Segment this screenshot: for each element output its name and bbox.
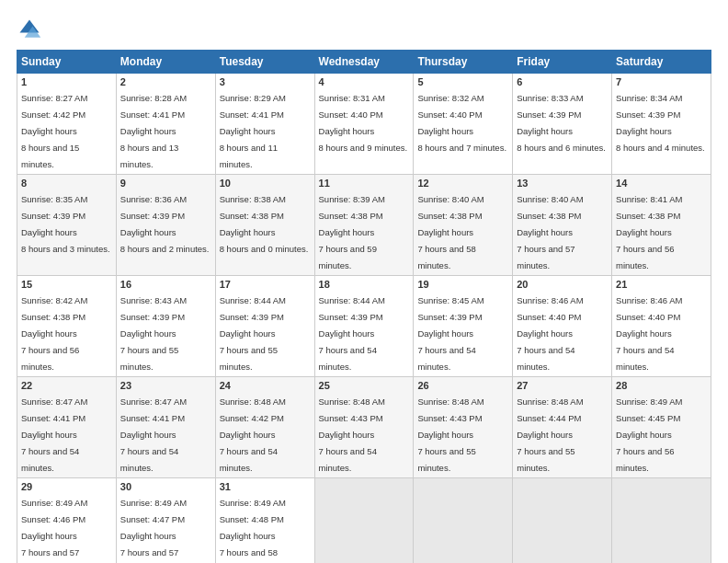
calendar-cell	[314, 478, 414, 564]
page: SundayMondayTuesdayWednesdayThursdayFrid…	[0, 0, 728, 563]
calendar-cell	[612, 478, 711, 564]
day-number: 27	[517, 380, 608, 391]
day-number: 20	[517, 279, 608, 290]
calendar-cell: 26 Sunrise: 8:48 AMSunset: 4:43 PMDaylig…	[414, 377, 513, 478]
day-number: 29	[21, 481, 112, 492]
weekday-header-saturday: Saturday	[612, 51, 711, 74]
weekday-header-sunday: Sunday	[17, 51, 117, 74]
day-number: 18	[319, 279, 410, 290]
day-info: Sunrise: 8:48 AMSunset: 4:44 PMDaylight …	[517, 396, 583, 473]
calendar-cell	[513, 478, 612, 564]
day-info: Sunrise: 8:34 AMSunset: 4:39 PMDaylight …	[616, 93, 705, 153]
calendar-cell: 19 Sunrise: 8:45 AMSunset: 4:39 PMDaylig…	[414, 276, 513, 377]
calendar-cell: 2 Sunrise: 8:28 AMSunset: 4:41 PMDayligh…	[116, 74, 215, 175]
day-info: Sunrise: 8:48 AMSunset: 4:43 PMDaylight …	[319, 396, 385, 473]
day-info: Sunrise: 8:28 AMSunset: 4:41 PMDaylight …	[120, 93, 187, 169]
day-number: 22	[21, 380, 112, 391]
day-info: Sunrise: 8:27 AMSunset: 4:42 PMDaylight …	[21, 93, 87, 169]
calendar-cell: 5 Sunrise: 8:32 AMSunset: 4:40 PMDayligh…	[414, 74, 513, 175]
day-number: 15	[21, 279, 112, 290]
day-info: Sunrise: 8:45 AMSunset: 4:39 PMDaylight …	[417, 295, 483, 372]
calendar-cell: 7 Sunrise: 8:34 AMSunset: 4:39 PMDayligh…	[612, 74, 711, 175]
calendar-cell: 25 Sunrise: 8:48 AMSunset: 4:43 PMDaylig…	[314, 377, 414, 478]
day-info: Sunrise: 8:47 AMSunset: 4:41 PMDaylight …	[120, 396, 187, 473]
calendar-cell: 6 Sunrise: 8:33 AMSunset: 4:39 PMDayligh…	[513, 74, 612, 175]
calendar-cell: 23 Sunrise: 8:47 AMSunset: 4:41 PMDaylig…	[116, 377, 215, 478]
day-number: 24	[220, 380, 311, 391]
day-info: Sunrise: 8:49 AMSunset: 4:45 PMDaylight …	[616, 396, 682, 473]
day-info: Sunrise: 8:39 AMSunset: 4:38 PMDaylight …	[319, 194, 385, 270]
calendar-cell: 29 Sunrise: 8:49 AMSunset: 4:46 PMDaylig…	[17, 478, 117, 564]
weekday-header-wednesday: Wednesday	[314, 51, 414, 74]
day-info: Sunrise: 8:41 AMSunset: 4:38 PMDaylight …	[616, 194, 682, 270]
calendar-cell: 24 Sunrise: 8:48 AMSunset: 4:42 PMDaylig…	[215, 377, 314, 478]
calendar-cell: 11 Sunrise: 8:39 AMSunset: 4:38 PMDaylig…	[314, 175, 414, 276]
calendar-cell: 20 Sunrise: 8:46 AMSunset: 4:40 PMDaylig…	[513, 276, 612, 377]
day-number: 12	[417, 178, 508, 189]
calendar-cell: 28 Sunrise: 8:49 AMSunset: 4:45 PMDaylig…	[612, 377, 711, 478]
day-number: 6	[517, 76, 608, 87]
calendar-cell: 30 Sunrise: 8:49 AMSunset: 4:47 PMDaylig…	[116, 478, 215, 564]
day-number: 8	[21, 178, 112, 189]
day-number: 25	[319, 380, 410, 391]
day-info: Sunrise: 8:31 AMSunset: 4:40 PMDaylight …	[319, 93, 408, 153]
calendar-cell	[414, 478, 513, 564]
day-info: Sunrise: 8:36 AMSunset: 4:39 PMDaylight …	[120, 194, 210, 254]
calendar-cell: 9 Sunrise: 8:36 AMSunset: 4:39 PMDayligh…	[116, 175, 215, 276]
weekday-header-monday: Monday	[116, 51, 215, 74]
calendar-cell: 4 Sunrise: 8:31 AMSunset: 4:40 PMDayligh…	[314, 74, 414, 175]
calendar-cell: 14 Sunrise: 8:41 AMSunset: 4:38 PMDaylig…	[612, 175, 711, 276]
day-info: Sunrise: 8:43 AMSunset: 4:39 PMDaylight …	[120, 295, 187, 372]
day-number: 14	[616, 178, 707, 189]
day-info: Sunrise: 8:40 AMSunset: 4:38 PMDaylight …	[517, 194, 583, 270]
calendar: SundayMondayTuesdayWednesdayThursdayFrid…	[17, 50, 711, 563]
day-info: Sunrise: 8:46 AMSunset: 4:40 PMDaylight …	[616, 295, 682, 372]
calendar-cell: 17 Sunrise: 8:44 AMSunset: 4:39 PMDaylig…	[215, 276, 314, 377]
calendar-cell: 18 Sunrise: 8:44 AMSunset: 4:39 PMDaylig…	[314, 276, 414, 377]
day-info: Sunrise: 8:46 AMSunset: 4:40 PMDaylight …	[517, 295, 583, 372]
weekday-header-friday: Friday	[513, 51, 612, 74]
day-info: Sunrise: 8:44 AMSunset: 4:39 PMDaylight …	[220, 295, 286, 372]
day-number: 19	[417, 279, 508, 290]
calendar-cell: 13 Sunrise: 8:40 AMSunset: 4:38 PMDaylig…	[513, 175, 612, 276]
day-info: Sunrise: 8:48 AMSunset: 4:43 PMDaylight …	[417, 396, 483, 473]
day-number: 31	[220, 481, 311, 492]
day-number: 7	[616, 76, 707, 87]
logo	[17, 17, 46, 42]
day-number: 28	[616, 380, 707, 391]
day-number: 4	[319, 76, 410, 87]
day-info: Sunrise: 8:35 AMSunset: 4:39 PMDaylight …	[21, 194, 110, 254]
calendar-cell: 16 Sunrise: 8:43 AMSunset: 4:39 PMDaylig…	[116, 276, 215, 377]
calendar-cell: 3 Sunrise: 8:29 AMSunset: 4:41 PMDayligh…	[215, 74, 314, 175]
logo-icon	[17, 17, 42, 42]
day-info: Sunrise: 8:32 AMSunset: 4:40 PMDaylight …	[417, 93, 506, 153]
day-number: 26	[417, 380, 508, 391]
day-info: Sunrise: 8:38 AMSunset: 4:38 PMDaylight …	[220, 194, 309, 254]
day-number: 13	[517, 178, 608, 189]
day-number: 16	[120, 279, 211, 290]
calendar-cell: 21 Sunrise: 8:46 AMSunset: 4:40 PMDaylig…	[612, 276, 711, 377]
calendar-cell: 8 Sunrise: 8:35 AMSunset: 4:39 PMDayligh…	[17, 175, 117, 276]
day-info: Sunrise: 8:40 AMSunset: 4:38 PMDaylight …	[417, 194, 483, 270]
day-info: Sunrise: 8:48 AMSunset: 4:42 PMDaylight …	[220, 396, 286, 473]
day-number: 3	[220, 76, 311, 87]
day-number: 9	[120, 178, 211, 189]
day-info: Sunrise: 8:29 AMSunset: 4:41 PMDaylight …	[220, 93, 286, 169]
calendar-cell: 22 Sunrise: 8:47 AMSunset: 4:41 PMDaylig…	[17, 377, 117, 478]
calendar-cell: 27 Sunrise: 8:48 AMSunset: 4:44 PMDaylig…	[513, 377, 612, 478]
header	[17, 17, 711, 42]
calendar-cell: 12 Sunrise: 8:40 AMSunset: 4:38 PMDaylig…	[414, 175, 513, 276]
day-info: Sunrise: 8:49 AMSunset: 4:46 PMDaylight …	[21, 498, 87, 563]
calendar-cell: 31 Sunrise: 8:49 AMSunset: 4:48 PMDaylig…	[215, 478, 314, 564]
day-number: 17	[220, 279, 311, 290]
day-number: 10	[220, 178, 311, 189]
weekday-header-tuesday: Tuesday	[215, 51, 314, 74]
day-number: 23	[120, 380, 211, 391]
day-info: Sunrise: 8:33 AMSunset: 4:39 PMDaylight …	[517, 93, 606, 153]
day-info: Sunrise: 8:42 AMSunset: 4:38 PMDaylight …	[21, 295, 87, 372]
day-number: 30	[120, 481, 211, 492]
calendar-cell: 10 Sunrise: 8:38 AMSunset: 4:38 PMDaylig…	[215, 175, 314, 276]
day-info: Sunrise: 8:49 AMSunset: 4:47 PMDaylight …	[120, 498, 187, 563]
day-number: 21	[616, 279, 707, 290]
day-info: Sunrise: 8:44 AMSunset: 4:39 PMDaylight …	[319, 295, 385, 372]
